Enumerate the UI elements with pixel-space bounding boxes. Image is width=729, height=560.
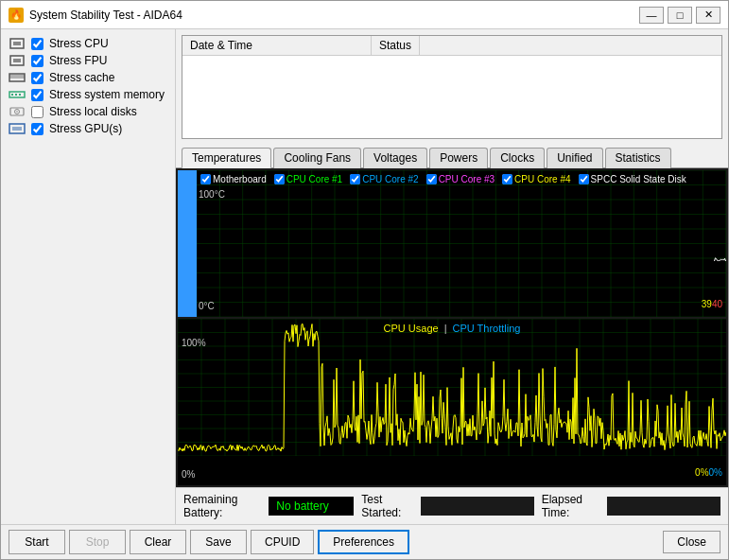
temp-value-right: 3940 xyxy=(702,299,722,309)
temp-y-bottom: 0°C xyxy=(199,301,215,311)
test-started-value xyxy=(421,497,534,516)
stress-fpu-checkbox[interactable] xyxy=(31,55,43,67)
main-window: 🔥 System Stability Test - AIDA64 — □ ✕ S… xyxy=(0,0,729,560)
remaining-battery-label: Remaining Battery: xyxy=(183,493,261,519)
cpu-value-right: 0%0% xyxy=(695,467,722,478)
legend-core2: CPU Core #2 xyxy=(350,174,418,184)
elapsed-time-label: Elapsed Time: xyxy=(542,493,599,519)
title-bar-left: 🔥 System Stability Test - AIDA64 xyxy=(9,8,182,23)
legend-core1: CPU Core #1 xyxy=(274,174,342,184)
tab-statistics[interactable]: Statistics xyxy=(605,148,671,168)
legend-core3: CPU Core #3 xyxy=(426,174,495,184)
content-area: Stress CPU Stress FPU Stress cache Stres… xyxy=(1,29,728,524)
bottom-bar: Remaining Battery: No battery Test Start… xyxy=(176,487,728,524)
maximize-button[interactable]: □ xyxy=(668,7,692,24)
temp-y-top: 100°C xyxy=(199,189,225,200)
save-button[interactable]: Save xyxy=(190,530,247,554)
cpu-val2: 0% xyxy=(709,467,722,478)
main-area: Temperatures Cooling Fans Voltages Power… xyxy=(176,145,728,524)
cpu-icon xyxy=(9,37,26,50)
tab-voltages[interactable]: Voltages xyxy=(363,148,427,168)
legend-ssd-check[interactable] xyxy=(579,174,589,184)
remaining-battery-value: No battery xyxy=(269,497,354,516)
log-header: Date & Time Status xyxy=(182,36,721,56)
start-button[interactable]: Start xyxy=(9,530,65,554)
minimize-button[interactable]: — xyxy=(639,7,664,24)
checkbox-stress-memory: Stress system memory xyxy=(9,88,167,101)
window-title: System Stability Test - AIDA64 xyxy=(29,9,182,22)
cpuid-button[interactable]: CPUID xyxy=(251,530,314,554)
tab-unified[interactable]: Unified xyxy=(547,148,602,168)
log-area: Date & Time Status xyxy=(182,35,722,139)
legend-motherboard-check[interactable] xyxy=(200,174,211,184)
log-col-status: Status xyxy=(372,36,420,55)
cpu-usage-legend: CPU Usage | CPU Throttling xyxy=(384,323,521,334)
stress-gpu-label: Stress GPU(s) xyxy=(49,122,122,135)
stress-cache-checkbox[interactable] xyxy=(31,72,43,84)
checkbox-stress-disks: Stress local disks xyxy=(9,105,167,118)
legend-ssd-label: SPCC Solid State Disk xyxy=(591,174,686,184)
temp-val2: 40 xyxy=(712,299,722,309)
cpu-val1: 0% xyxy=(695,467,708,478)
checkbox-stress-gpu: Stress GPU(s) xyxy=(9,122,167,135)
charts-area: Motherboard CPU Core #1 CPU Core #2 xyxy=(176,168,728,487)
stress-disks-checkbox[interactable] xyxy=(31,106,43,118)
cpu-y-bottom: 0% xyxy=(182,469,195,480)
memory-icon xyxy=(9,88,26,101)
log-body xyxy=(182,56,721,138)
stress-gpu-checkbox[interactable] xyxy=(31,123,43,135)
legend-core1-check[interactable] xyxy=(274,174,285,184)
test-started-label: Test Started: xyxy=(361,493,412,519)
right-panel: Date & Time Status Temperatures Cooling … xyxy=(176,29,728,524)
svg-rect-10 xyxy=(19,94,21,96)
legend-core1-label: CPU Core #1 xyxy=(286,174,342,184)
close-window-button[interactable]: ✕ xyxy=(696,7,720,24)
stress-cpu-checkbox[interactable] xyxy=(31,38,43,50)
footer: Start Stop Clear Save CPUID Preferences … xyxy=(1,524,728,559)
left-panel: Stress CPU Stress FPU Stress cache Stres… xyxy=(1,29,176,524)
svg-rect-9 xyxy=(15,94,17,96)
stress-cpu-label: Stress CPU xyxy=(49,37,109,50)
app-icon: 🔥 xyxy=(9,8,24,23)
cache-icon xyxy=(9,71,26,84)
fpu-icon xyxy=(9,54,26,67)
legend-core3-label: CPU Core #3 xyxy=(439,174,495,184)
cpu-usage-title: CPU Usage xyxy=(384,323,439,334)
stress-memory-checkbox[interactable] xyxy=(31,89,43,101)
legend-core2-check[interactable] xyxy=(350,174,360,184)
legend-motherboard: Motherboard xyxy=(200,174,267,184)
cpu-y-top: 100% xyxy=(182,338,206,348)
legend-core4-check[interactable] xyxy=(502,174,512,184)
elapsed-time-value xyxy=(607,497,720,516)
clear-button[interactable]: Clear xyxy=(130,530,186,554)
tab-powers[interactable]: Powers xyxy=(429,148,488,168)
svg-rect-3 xyxy=(13,59,21,62)
tab-clocks[interactable]: Clocks xyxy=(490,148,545,168)
temp-val1: 39 xyxy=(702,299,712,309)
log-col-datetime: Date & Time xyxy=(182,36,372,55)
cpu-throttling-title: CPU Throttling xyxy=(453,323,521,334)
tab-cooling-fans[interactable]: Cooling Fans xyxy=(273,148,361,168)
legend-core2-label: CPU Core #2 xyxy=(362,174,418,184)
stress-cache-label: Stress cache xyxy=(49,71,114,84)
stress-fpu-label: Stress FPU xyxy=(49,54,107,67)
battery-text: No battery xyxy=(276,499,328,513)
cpu-usage-chart: CPU Usage | CPU Throttling 100% 0% 0%0% xyxy=(178,319,726,485)
stress-memory-label: Stress system memory xyxy=(49,88,165,101)
stop-button[interactable]: Stop xyxy=(69,530,126,554)
close-button[interactable]: Close xyxy=(663,531,720,553)
legend-core3-check[interactable] xyxy=(426,174,437,184)
temperature-chart: Motherboard CPU Core #1 CPU Core #2 xyxy=(178,170,726,317)
svg-point-13 xyxy=(16,111,18,113)
checkbox-stress-fpu: Stress FPU xyxy=(9,54,167,67)
checkbox-stress-cpu: Stress CPU xyxy=(9,37,167,50)
preferences-button[interactable]: Preferences xyxy=(318,530,409,554)
tab-temperatures[interactable]: Temperatures xyxy=(182,148,271,168)
gpu-icon xyxy=(9,122,26,135)
svg-rect-15 xyxy=(12,127,22,131)
legend-core4: CPU Core #4 xyxy=(502,174,570,184)
svg-rect-8 xyxy=(11,94,13,96)
title-bar: 🔥 System Stability Test - AIDA64 — □ ✕ xyxy=(1,1,728,29)
title-buttons: — □ ✕ xyxy=(639,7,720,24)
footer-left: Start Stop Clear Save CPUID Preferences xyxy=(9,530,409,554)
